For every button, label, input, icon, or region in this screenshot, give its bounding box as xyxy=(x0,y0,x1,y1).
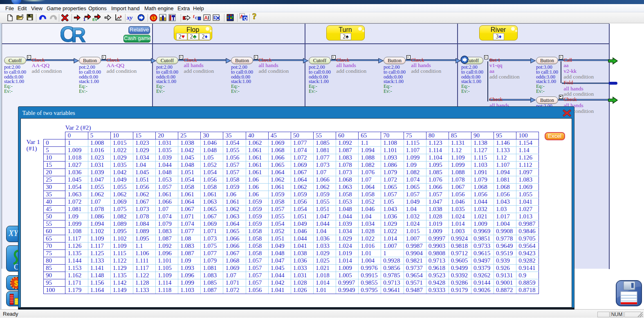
svg-text:R: R xyxy=(71,24,86,43)
svg-text:?: ? xyxy=(252,13,257,21)
svg-text:t: t xyxy=(193,13,195,19)
svg-text:$: $ xyxy=(152,15,155,20)
svg-text:l: l xyxy=(208,15,209,21)
svg-text:xy: xy xyxy=(127,14,133,21)
svg-text:EV: EV xyxy=(92,18,97,21)
svg-text:Q: Q xyxy=(244,16,247,21)
svg-text:c: c xyxy=(195,15,197,20)
